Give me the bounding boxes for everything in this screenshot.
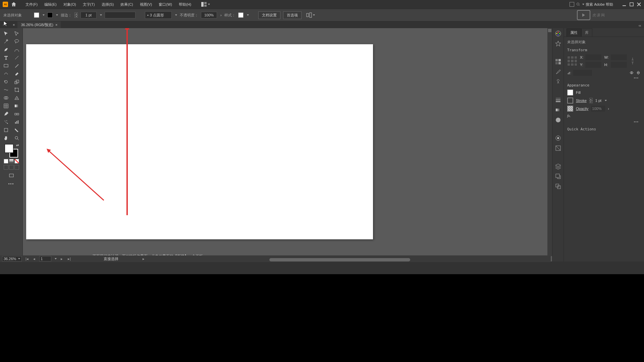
menu-view[interactable]: 视图(V) xyxy=(137,0,156,9)
draw-inside[interactable] xyxy=(14,165,19,170)
stroke-panel-icon[interactable] xyxy=(555,97,561,103)
tab-close-icon[interactable]: × xyxy=(55,23,57,27)
link-wh-icon[interactable] xyxy=(630,56,635,66)
tab-close-prev[interactable]: × xyxy=(13,23,15,27)
menu-window[interactable]: 窗口(W) xyxy=(155,0,175,9)
menu-file[interactable]: 文件(F) xyxy=(22,0,41,9)
stroke-stepper-panel[interactable]: ▴▾ xyxy=(589,98,593,103)
stroke-swatch-panel[interactable] xyxy=(567,98,573,104)
vertical-scrollbar[interactable] xyxy=(547,28,552,256)
selection-tool[interactable] xyxy=(1,29,11,38)
appearance-more[interactable]: ••• xyxy=(567,120,641,124)
first-artboard-icon[interactable]: |◂ xyxy=(24,256,29,261)
opacity-flyout-panel[interactable]: › xyxy=(608,107,609,111)
direct-selection-tool[interactable] xyxy=(11,29,22,38)
tab-properties[interactable]: 属性 xyxy=(567,28,581,37)
paintbrush-tool[interactable] xyxy=(11,62,22,70)
fill-swatch-panel[interactable] xyxy=(567,89,573,96)
horizontal-scroll-thumb[interactable] xyxy=(269,258,410,261)
panel-collapse-icon[interactable]: ‹‹ xyxy=(639,23,642,26)
w-input[interactable] xyxy=(611,54,627,60)
style-dropdown[interactable] xyxy=(247,14,249,16)
curvature-tool[interactable] xyxy=(11,46,22,54)
artboard-number-input[interactable] xyxy=(39,256,51,261)
pen-tool[interactable] xyxy=(1,46,11,54)
artboards-panel-icon[interactable] xyxy=(555,183,561,190)
color-guide-icon[interactable] xyxy=(555,40,561,47)
hand-tool[interactable] xyxy=(1,134,11,142)
arrange-docs-icon[interactable] xyxy=(201,2,210,7)
layout-toggle-icon[interactable] xyxy=(570,2,574,7)
graph-tool[interactable] xyxy=(11,118,22,126)
artboard-dropdown[interactable] xyxy=(55,258,57,259)
close-icon[interactable] xyxy=(637,2,641,7)
scale-tool[interactable] xyxy=(11,78,22,86)
menu-object[interactable]: 对象(O) xyxy=(60,0,79,9)
transparency-panel-icon[interactable] xyxy=(555,117,561,123)
stroke-stepper[interactable]: ▴▾ xyxy=(74,12,78,18)
draw-behind[interactable] xyxy=(9,165,14,170)
artboard[interactable]: 下面我们来认识一下AI的操作界面，点击AI界面的【新建】一个画板， 在界面上方是… xyxy=(26,44,373,239)
eraser-tool[interactable] xyxy=(11,70,22,78)
edit-toolbar[interactable]: ••• xyxy=(8,182,14,186)
blend-tool[interactable] xyxy=(11,110,22,118)
gradient-tool[interactable] xyxy=(11,102,22,110)
color-mode-solid[interactable] xyxy=(4,159,8,164)
flip-h-icon[interactable] xyxy=(629,70,634,75)
menu-help[interactable]: 帮助(H) xyxy=(175,0,195,9)
layers-panel-icon[interactable] xyxy=(555,163,561,170)
opacity-flyout[interactable]: › xyxy=(220,13,222,17)
tab-library[interactable]: 库 xyxy=(581,28,592,37)
next-artboard-icon[interactable]: ▸ xyxy=(59,256,64,261)
gradient-panel-icon[interactable] xyxy=(555,107,561,113)
shaper-tool[interactable] xyxy=(1,70,11,78)
style-swatch[interactable] xyxy=(238,12,244,18)
status-flyout-icon[interactable]: ▸ xyxy=(141,256,146,261)
align-icon[interactable] xyxy=(306,12,315,18)
reference-point[interactable] xyxy=(567,56,577,66)
angle-input[interactable] xyxy=(573,70,592,76)
symbol-sprayer-tool[interactable] xyxy=(1,118,11,126)
menu-select[interactable]: 选择(S) xyxy=(98,0,117,9)
magic-wand-tool[interactable] xyxy=(1,38,11,46)
color-mode-gradient[interactable] xyxy=(9,159,14,164)
transform-more[interactable]: ••• xyxy=(567,76,641,80)
fill-dropdown[interactable] xyxy=(43,14,45,16)
home-icon[interactable] xyxy=(11,1,17,7)
variable-width-profile[interactable] xyxy=(105,12,136,18)
appearance-panel-icon[interactable] xyxy=(555,135,561,141)
swap-fill-stroke-icon[interactable]: ⇄ xyxy=(16,143,19,147)
type-tool[interactable] xyxy=(1,54,11,62)
width-tool[interactable] xyxy=(1,86,11,94)
menu-effect[interactable]: 效果(C) xyxy=(117,0,136,9)
shape-builder-tool[interactable] xyxy=(1,94,11,102)
free-transform-tool[interactable] xyxy=(11,86,22,94)
color-panel-icon[interactable] xyxy=(555,30,561,37)
fill-swatch[interactable] xyxy=(34,12,39,18)
document-tab[interactable]: 36.26% (RGB/预览) × xyxy=(17,21,61,28)
brushes-panel-icon[interactable] xyxy=(555,68,561,75)
search-box[interactable]: 搜索 Adobe 帮助 xyxy=(576,2,613,7)
perspective-tool[interactable] xyxy=(11,94,22,102)
opacity-swatch-panel[interactable] xyxy=(567,106,573,112)
swatches-panel-icon[interactable] xyxy=(555,58,561,65)
stroke-weight-input[interactable] xyxy=(80,12,97,18)
stroke-swatch[interactable] xyxy=(47,12,53,18)
stroke-unit-dropdown[interactable] xyxy=(605,100,607,101)
mesh-tool[interactable] xyxy=(1,102,11,110)
flip-v-icon[interactable] xyxy=(636,70,641,75)
fill-stroke-control[interactable]: ⇄ xyxy=(5,144,18,158)
maximize-icon[interactable] xyxy=(629,2,634,7)
prev-artboard-icon[interactable]: ◂ xyxy=(32,256,37,261)
menu-type[interactable]: 文字(T) xyxy=(79,0,98,9)
zoom-select[interactable]: 36.26% xyxy=(2,256,22,261)
canvas-area[interactable]: 下面我们来认识一下AI的操作界面，点击AI界面的【新建】一个画板， 在界面上方是… xyxy=(23,28,552,261)
stroke-dropdown[interactable] xyxy=(56,14,58,16)
fx-label[interactable]: fx. xyxy=(567,114,571,118)
fill-color[interactable] xyxy=(5,144,13,153)
minimize-icon[interactable] xyxy=(622,2,627,7)
draw-normal[interactable] xyxy=(4,165,8,170)
opacity-input[interactable] xyxy=(201,12,217,18)
rectangle-tool[interactable] xyxy=(1,62,11,70)
artboard-tool[interactable] xyxy=(1,126,11,134)
